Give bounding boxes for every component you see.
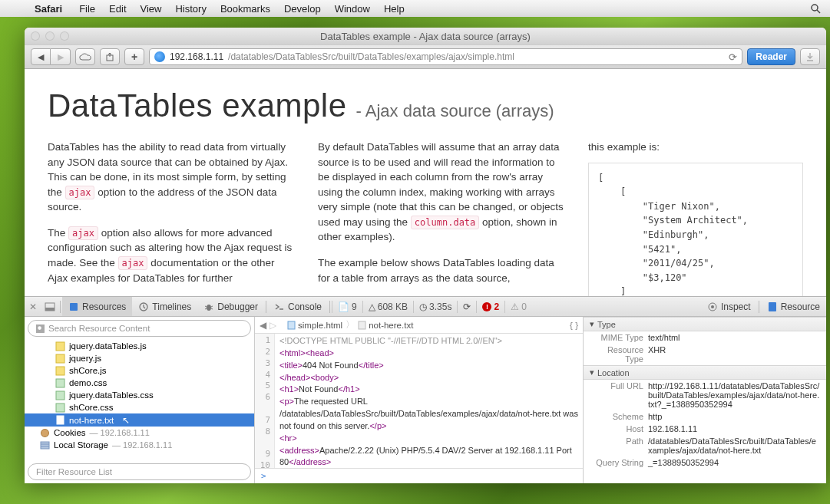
inspector-toolbar: ✕ Resources Timelines Debugger Console	[25, 297, 826, 317]
add-bookmark-button[interactable]: +	[124, 48, 144, 65]
tree-file-css[interactable]: jquery.dataTables.css	[25, 389, 254, 401]
forward-button[interactable]: ▶	[51, 48, 71, 65]
crumb-back[interactable]: ◀	[260, 320, 266, 331]
size-icon: △	[369, 301, 375, 312]
page-content: DataTables example - Ajax data source (a…	[25, 69, 826, 296]
crumb-not-here-txt[interactable]: not-here.txt	[358, 321, 413, 330]
address-bar[interactable]: 192.168.1.11/datatables/DataTablesSrc/bu…	[149, 48, 742, 65]
menu-history[interactable]: History	[168, 3, 213, 15]
code-ajax: ajax	[68, 226, 98, 240]
window-titlebar[interactable]: DataTables example - Ajax data source (a…	[25, 28, 826, 44]
svg-rect-18	[56, 354, 64, 363]
crumb-simple-html[interactable]: simple.html	[287, 321, 342, 330]
svg-rect-14	[769, 302, 776, 311]
icloud-tabs-button[interactable]	[75, 48, 95, 65]
resources-icon	[68, 301, 79, 312]
svg-point-13	[711, 305, 714, 308]
svg-point-0	[812, 5, 818, 11]
stat-warnings[interactable]: ⚠0	[504, 301, 532, 313]
back-button[interactable]: ◀	[31, 48, 51, 65]
app-name[interactable]: Safari	[28, 3, 69, 15]
menu-help[interactable]: Help	[377, 3, 412, 15]
error-icon: !	[482, 302, 491, 311]
resource-type-value: XHR	[648, 345, 820, 364]
disclosure-triangle-icon: ▾	[590, 319, 594, 329]
code-column-data: column.data	[411, 216, 479, 229]
source-code[interactable]: <!DOCTYPE HTML PUBLIC "-//IETF//DTD HTML…	[275, 334, 583, 468]
tab-debugger[interactable]: Debugger	[197, 297, 264, 316]
menu-file[interactable]: File	[72, 3, 102, 15]
spotlight-icon[interactable]	[810, 3, 821, 14]
tree-file-txt-selected[interactable]: not-here.txt ↖	[25, 413, 254, 427]
css-file-icon	[55, 403, 65, 413]
menu-develop[interactable]: Develop	[277, 3, 328, 15]
section-type[interactable]: ▾Type	[584, 317, 826, 331]
document-icon: 📄	[338, 301, 349, 312]
tree-file-css[interactable]: demo.css	[25, 377, 254, 389]
line-numbers: 12345678910	[255, 334, 275, 468]
reload-button[interactable]: ⟳	[729, 51, 737, 63]
svg-rect-19	[56, 367, 64, 375]
tree-file-css[interactable]: shCore.css	[25, 401, 254, 413]
menu-edit[interactable]: Edit	[102, 3, 133, 15]
tree-file-js[interactable]: jquery.js	[25, 352, 254, 364]
tree-local-storage[interactable]: Local Storage — 192.168.1.11	[25, 439, 254, 451]
tab-resource-detail[interactable]: Resource	[761, 297, 826, 316]
tab-inspect[interactable]: Inspect	[701, 297, 757, 316]
reader-button[interactable]: Reader	[747, 48, 795, 65]
close-inspector-button[interactable]: ✕	[25, 297, 41, 316]
filter-resource-input[interactable]: Filter Resource List	[28, 463, 251, 480]
tab-resources[interactable]: Resources	[62, 297, 132, 316]
tab-timelines[interactable]: Timelines	[132, 297, 197, 316]
search-resource-input[interactable]: Search Resource Content	[28, 320, 251, 337]
page-title: DataTables example	[48, 87, 347, 124]
svg-rect-17	[56, 342, 64, 351]
browser-toolbar: ◀ ▶ + 192.168.1.11/datatables/DataTables…	[25, 44, 826, 69]
osx-menubar: Safari File Edit View History Bookmarks …	[0, 0, 830, 17]
js-file-icon	[55, 354, 65, 364]
cursor-icon: ↖	[122, 415, 130, 426]
source-panel: ◀ ▷ simple.html 〉 not-here.txt { } 12345…	[255, 317, 584, 483]
svg-point-24	[41, 429, 49, 436]
tree-cookies[interactable]: Cookies — 192.168.1.11	[25, 427, 254, 439]
resource-details: ▾Type MIME Typetext/html Resource TypeXH…	[584, 317, 826, 483]
tab-console[interactable]: Console	[268, 297, 328, 316]
svg-rect-29	[359, 321, 365, 329]
tree-file-js[interactable]: jquery.dataTables.js	[25, 340, 254, 352]
intro-paragraph-4: The example below shows DataTables loadi…	[318, 255, 567, 285]
svg-rect-23	[57, 416, 64, 424]
share-button[interactable]	[100, 48, 120, 65]
download-button[interactable]	[800, 48, 820, 65]
js-file-icon	[55, 341, 65, 351]
css-file-icon	[55, 378, 65, 388]
scheme-value: http	[648, 412, 820, 421]
resource-sidebar: Search Resource Content jquery.dataTable…	[25, 317, 255, 483]
inspect-icon	[707, 301, 718, 312]
menu-view[interactable]: View	[134, 3, 169, 15]
intro-paragraph-2: The ajax option also allows for more adv…	[48, 226, 296, 285]
svg-point-15	[37, 325, 41, 330]
dock-button[interactable]	[41, 297, 58, 316]
host-value: 192.168.1.11	[648, 424, 820, 433]
menu-bookmarks[interactable]: Bookmarks	[213, 3, 277, 15]
code-ajax: ajax	[118, 256, 148, 270]
debugger-icon	[203, 301, 214, 312]
window-title: DataTables example - Ajax data source (a…	[25, 31, 826, 42]
crumb-forward[interactable]: ▷	[270, 320, 276, 331]
tree-file-js[interactable]: shCore.js	[25, 364, 254, 377]
svg-rect-4	[45, 308, 55, 311]
menu-window[interactable]: Window	[328, 3, 377, 15]
warning-icon: ⚠	[511, 301, 519, 312]
console-prompt[interactable]: >	[255, 468, 583, 483]
safari-window: DataTables example - Ajax data source (a…	[25, 28, 826, 483]
svg-line-10	[205, 308, 207, 309]
pretty-print-button[interactable]: { }	[570, 321, 578, 330]
example-label: this example is:	[588, 140, 803, 155]
stat-errors[interactable]: !2	[476, 301, 504, 313]
stat-reload[interactable]: ⟳	[457, 301, 476, 313]
url-path: /datatables/DataTablesSrc/built/DataTabl…	[228, 51, 514, 62]
css-file-icon	[55, 390, 65, 400]
section-location[interactable]: ▾Location	[584, 365, 826, 380]
source-breadcrumb: ◀ ▷ simple.html 〉 not-here.txt { }	[255, 317, 583, 334]
intro-paragraph-1: DataTables has the ability to read data …	[48, 140, 296, 215]
